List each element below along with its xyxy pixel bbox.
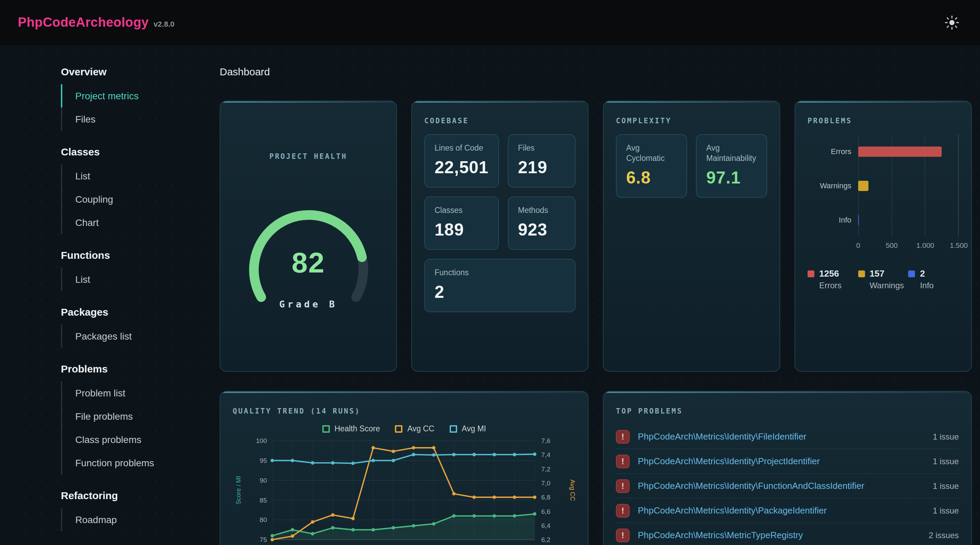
problems-bar-chart: ErrorsWarningsInfo05001.0001.5001256Erro… [808, 134, 959, 290]
bar-info [858, 215, 859, 225]
sun-icon [944, 15, 959, 30]
metric-tile-avg-cyclomatic: Avg Cyclomatic 6.8 [616, 134, 687, 198]
svg-text:6,8: 6,8 [541, 494, 550, 501]
svg-text:6,2: 6,2 [541, 536, 550, 543]
card-title: COMPLEXITY [616, 116, 767, 124]
issue-count: 1 issue [933, 506, 959, 515]
trend-svg: 10095908580757,67,47,27,06,86,66,46,2Sco… [233, 435, 576, 545]
dashboard-grid: PROJECT HEALTH 82 Grade B CODEBASE Lines… [220, 100, 972, 545]
problem-link[interactable]: PhpCodeArch\Metrics\Identity\PackageIden… [638, 505, 924, 516]
legend-swatch-icon [449, 425, 457, 432]
sidebar-item-project-metrics[interactable]: Project metrics [61, 84, 200, 107]
sidebar-item-file-problems[interactable]: File problems [61, 405, 200, 428]
problem-link[interactable]: PhpCodeArch\Metrics\Identity\FileIdentif… [638, 431, 924, 441]
complexity-card: COMPLEXITY Avg Cyclomatic 6.8 Avg Mainta… [603, 100, 780, 372]
svg-text:90: 90 [260, 477, 267, 484]
card-title: CODEBASE [424, 116, 576, 124]
page-title: Dashboard [220, 66, 972, 77]
sidebar-item-class-problems[interactable]: Class problems [61, 428, 200, 451]
sidebar-section-classes: Classes List Coupling Chart [61, 146, 200, 234]
bar-errors [858, 146, 942, 156]
card-title: PROBLEMS [808, 116, 959, 124]
metric-tile-methods: Methods 923 [508, 196, 576, 250]
sidebar-item-functions-list[interactable]: List [61, 268, 200, 291]
sidebar-heading-packages: Packages [61, 306, 200, 318]
svg-text:7,0: 7,0 [541, 480, 550, 487]
topbar: PhpCodeArcheology v2.8.0 [0, 0, 980, 45]
trend-legend: Health ScoreAvg CCAvg MI [233, 424, 576, 433]
sidebar-item-coupling[interactable]: Coupling [61, 188, 200, 211]
app-version: v2.8.0 [154, 20, 175, 28]
app-logo[interactable]: PhpCodeArcheology [18, 15, 149, 30]
quality-trend-chart: 10095908580757,67,47,27,06,86,66,46,2Sco… [233, 435, 576, 545]
sidebar-heading-overview: Overview [61, 66, 200, 77]
metric-label: Classes [434, 206, 488, 216]
sidebar-heading-functions: Functions [61, 249, 200, 261]
problem-link[interactable]: PhpCodeArch\Metrics\Identity\FunctionAnd… [638, 481, 924, 491]
sidebar-item-classes-list[interactable]: List [61, 164, 200, 188]
error-badge-icon: ! [616, 454, 630, 468]
issue-count: 1 issue [933, 456, 959, 466]
axis-tick-label: 500 [886, 241, 897, 249]
top-problem-row: ! PhpCodeArch\Metrics\Identity\ProjectId… [616, 449, 959, 474]
axis-tick-label: 0 [856, 241, 860, 249]
legend-swatch-icon [858, 270, 865, 277]
issue-count: 1 issue [933, 432, 959, 441]
metric-value: 219 [518, 158, 565, 177]
error-badge-icon: ! [616, 528, 630, 542]
metric-value: 22,501 [434, 158, 488, 177]
codebase-card: CODEBASE Lines of Code 22,501 Files 219 … [411, 100, 589, 372]
top-problems-list: ! PhpCodeArch\Metrics\Identity\FileIdent… [616, 424, 959, 545]
metric-label: Methods [518, 206, 565, 216]
svg-text:Score / MI: Score / MI [235, 476, 242, 504]
metric-tile-avg-maintainability: Avg Maintainability 97.1 [696, 134, 767, 198]
sidebar-heading-refactoring: Refactoring [61, 489, 200, 501]
metric-label: Avg Cyclomatic [626, 143, 677, 164]
metric-value: 97.1 [706, 168, 757, 188]
sidebar-item-chart[interactable]: Chart [61, 211, 200, 234]
app-root: PhpCodeArcheology v2.8.0 Overview Pro [0, 0, 980, 545]
svg-text:100: 100 [256, 437, 267, 445]
axis-tick-label: 1.000 [916, 241, 934, 249]
sidebar-heading-classes: Classes [61, 146, 200, 158]
bar-x-axis: 05001.0001.500 [858, 241, 959, 253]
svg-text:85: 85 [260, 497, 267, 504]
svg-text:7,4: 7,4 [541, 451, 550, 458]
svg-text:95: 95 [260, 457, 267, 464]
sidebar-section-overview: Overview Project metrics Files [61, 66, 200, 131]
svg-text:6,6: 6,6 [541, 508, 550, 515]
metric-tile-classes: Classes 189 [424, 196, 499, 250]
card-title: TOP PROBLEMS [616, 407, 959, 415]
bar-category-label: Errors [808, 147, 858, 155]
sidebar-item-problem-list[interactable]: Problem list [61, 381, 200, 405]
metric-label: Avg Maintainability [706, 143, 757, 164]
metric-value: 189 [434, 220, 488, 240]
legend-item: Health Score [322, 424, 380, 433]
sidebar-item-function-problems[interactable]: Function problems [61, 451, 200, 475]
legend-item: 2Info [908, 268, 959, 290]
bar-category-label: Warnings [808, 182, 858, 190]
legend-swatch-icon [395, 425, 402, 432]
top-problem-row: ! PhpCodeArch\Metrics\Identity\FunctionA… [616, 474, 959, 499]
sidebar-item-packages-list[interactable]: Packages list [61, 325, 200, 348]
svg-text:Avg CC: Avg CC [569, 480, 576, 501]
project-health-card: PROJECT HEALTH 82 Grade B [220, 100, 397, 372]
problem-link[interactable]: PhpCodeArch\Metrics\MetricTypeRegistry [638, 530, 920, 540]
metric-value: 2 [434, 282, 565, 302]
top-problems-card: TOP PROBLEMS ! PhpCodeArch\Metrics\Ident… [603, 391, 972, 545]
bar-category-label: Info [808, 216, 858, 224]
metric-label: Files [518, 143, 565, 153]
metric-tile-files: Files 219 [508, 134, 576, 188]
bar-legend: 1256Errors157Warnings2Info [808, 268, 959, 290]
top-problem-row: ! PhpCodeArch\Metrics\Identity\PackageId… [616, 499, 959, 523]
svg-text:75: 75 [260, 536, 267, 543]
svg-text:80: 80 [260, 516, 267, 523]
sidebar: Overview Project metrics Files Classes L… [0, 45, 200, 545]
sidebar-item-roadmap[interactable]: Roadmap [61, 508, 200, 531]
sidebar-heading-problems: Problems [61, 363, 200, 374]
metric-tile-functions: Functions 2 [424, 259, 576, 312]
sidebar-item-files[interactable]: Files [61, 107, 200, 131]
theme-toggle-button[interactable] [942, 12, 962, 33]
problem-link[interactable]: PhpCodeArch\Metrics\Identity\ProjectIden… [638, 456, 924, 466]
health-score: 82 [233, 247, 383, 279]
